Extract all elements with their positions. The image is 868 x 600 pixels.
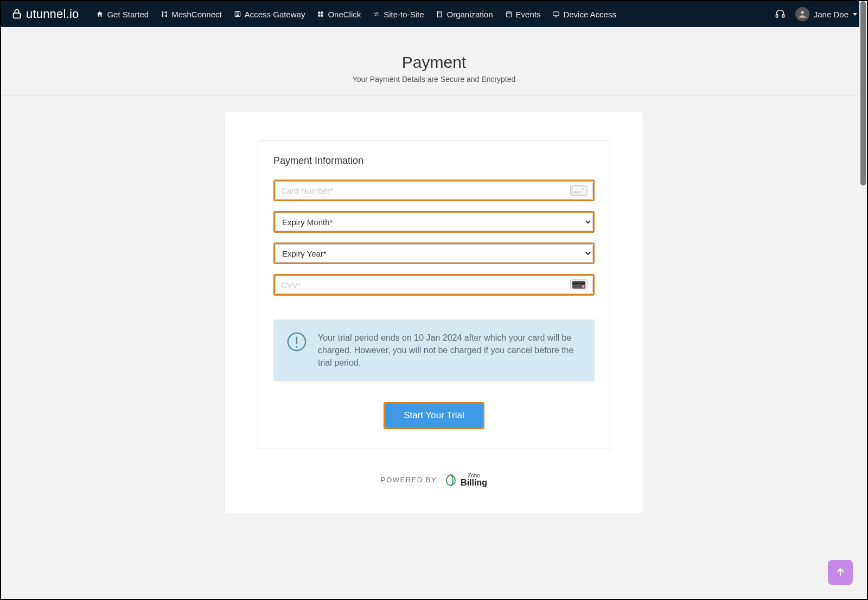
nav-access-gateway[interactable]: Access Gateway xyxy=(234,10,305,19)
nav-items: Get Started MeshConnect Access Gateway O… xyxy=(96,10,762,19)
trial-info-banner: Your trial period ends on 10 Jan 2024 af… xyxy=(273,320,595,381)
svg-rect-7 xyxy=(321,11,323,14)
expiry-year-field-wrap: Expiry Year* xyxy=(273,242,595,264)
nav-label: Site-to-Site xyxy=(384,10,424,19)
arrow-up-icon xyxy=(834,566,846,578)
start-trial-button[interactable]: Start Your Trial xyxy=(385,404,483,427)
svg-rect-9 xyxy=(321,15,323,17)
nav-site-to-site[interactable]: Site-to-Site xyxy=(373,10,424,19)
nav-label: Device Access xyxy=(563,10,616,19)
brand-lock-icon xyxy=(11,8,23,20)
gateway-icon xyxy=(234,10,241,18)
zoho-big-text: Billing xyxy=(461,478,487,487)
svg-rect-21 xyxy=(572,283,585,284)
payment-card: Payment Information Expiry Month* Expiry… xyxy=(225,112,643,513)
expiry-month-select[interactable]: Expiry Month* xyxy=(275,213,593,231)
svg-point-15 xyxy=(801,11,804,14)
scrollbar-track xyxy=(859,1,867,599)
card-number-input[interactable] xyxy=(275,181,593,200)
expiry-month-field-wrap: Expiry Month* xyxy=(273,211,595,233)
scroll-to-top-button[interactable] xyxy=(828,560,853,585)
page-subtitle: Your Payment Details are Secure and Encr… xyxy=(1,75,867,84)
nav-label: Get Started xyxy=(107,10,149,19)
section-title: Payment Information xyxy=(273,155,595,167)
home-icon xyxy=(96,10,104,18)
nav-oneclick[interactable]: OneClick xyxy=(317,10,361,19)
nav-label: OneClick xyxy=(328,10,361,19)
nav-right: Jane Doe xyxy=(775,7,857,21)
cta-wrap: Start Your Trial xyxy=(273,402,595,429)
zoho-billing-logo: Zoho Billing xyxy=(444,473,487,487)
avatar xyxy=(795,7,809,21)
svg-rect-13 xyxy=(776,15,777,17)
svg-rect-6 xyxy=(318,11,321,14)
svg-rect-12 xyxy=(553,12,559,16)
svg-point-4 xyxy=(165,15,167,16)
trial-info-text: Your trial period ends on 10 Jan 2024 af… xyxy=(318,331,582,369)
svg-point-22 xyxy=(582,285,585,288)
organization-icon xyxy=(436,10,443,18)
brand-name: utunnel.io xyxy=(26,7,79,21)
svg-point-19 xyxy=(582,188,584,190)
nav-get-started[interactable]: Get Started xyxy=(96,10,149,19)
cvv-card-icon xyxy=(570,279,588,290)
svg-point-2 xyxy=(165,11,167,12)
mesh-icon xyxy=(161,10,168,18)
nav-label: Access Gateway xyxy=(245,10,305,19)
svg-rect-14 xyxy=(782,15,784,17)
powered-by-label: POWERED BY xyxy=(381,476,437,484)
cvv-input[interactable] xyxy=(275,276,593,294)
zoho-text-block: Zoho Billing xyxy=(461,473,487,487)
nav-label: Organization xyxy=(446,10,493,19)
nav-organization[interactable]: Organization xyxy=(436,10,493,19)
nav-label: Events xyxy=(516,10,541,19)
top-nav: utunnel.io Get Started MeshConnect Acces… xyxy=(1,1,867,27)
svg-rect-18 xyxy=(578,192,580,193)
cta-highlight-outline: Start Your Trial xyxy=(384,402,484,429)
svg-rect-17 xyxy=(574,192,577,193)
sitetosite-icon xyxy=(373,10,380,18)
page-title: Payment xyxy=(1,53,867,72)
oneclick-icon xyxy=(317,10,324,18)
scrollbar-thumb[interactable] xyxy=(860,1,866,186)
svg-rect-11 xyxy=(506,12,511,17)
payment-form-card: Payment Information Expiry Month* Expiry… xyxy=(258,141,610,449)
svg-point-1 xyxy=(162,11,163,12)
card-brand-icon xyxy=(570,185,588,196)
user-name: Jane Doe xyxy=(814,10,848,19)
nav-label: MeshConnect xyxy=(171,10,222,19)
headset-icon[interactable] xyxy=(775,9,786,20)
svg-rect-0 xyxy=(14,13,21,18)
events-icon xyxy=(505,10,513,18)
device-access-icon xyxy=(552,10,560,18)
svg-point-3 xyxy=(162,15,163,16)
expiry-year-select[interactable]: Expiry Year* xyxy=(275,244,593,263)
svg-rect-8 xyxy=(318,15,321,17)
nav-events[interactable]: Events xyxy=(505,10,541,19)
info-exclamation-icon xyxy=(286,331,307,352)
card-number-field-wrap xyxy=(273,180,595,201)
brand[interactable]: utunnel.io xyxy=(11,7,79,21)
nav-meshconnect[interactable]: MeshConnect xyxy=(161,10,222,19)
user-menu[interactable]: Jane Doe xyxy=(795,7,857,21)
svg-rect-10 xyxy=(438,11,442,17)
page-header: Payment Your Payment Details are Secure … xyxy=(1,27,867,96)
cvv-field-wrap xyxy=(273,274,595,296)
nav-device-access[interactable]: Device Access xyxy=(552,10,616,19)
svg-point-25 xyxy=(296,346,297,348)
powered-by: POWERED BY Zoho Billing xyxy=(258,473,610,487)
chevron-down-icon xyxy=(853,13,857,16)
